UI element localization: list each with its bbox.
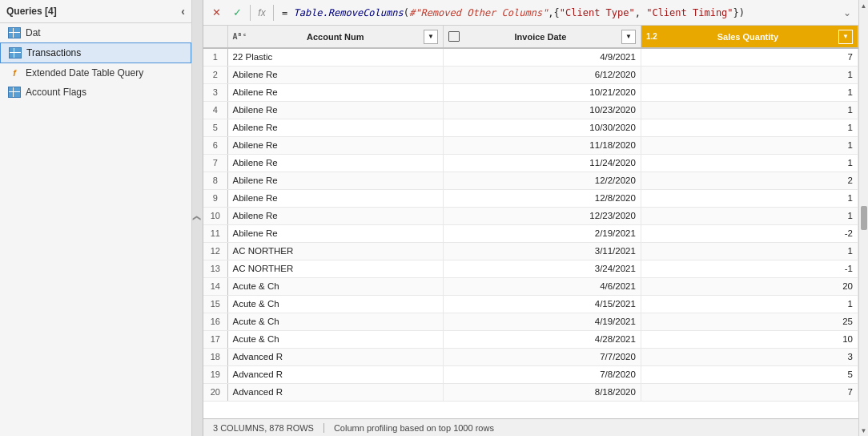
- cell-date: 6/12/2020: [443, 66, 641, 83]
- table-row[interactable]: 122 Plastic4/9/20217: [203, 48, 858, 66]
- col-label-sales-qty: Sales Quantity: [661, 32, 835, 42]
- formula-str2: "Client Timing": [646, 7, 733, 18]
- table-row[interactable]: 5Abilene Re10/30/20201: [203, 119, 858, 136]
- table-row[interactable]: 2Abilene Re6/12/20201: [203, 66, 858, 83]
- table-row[interactable]: 19Advanced R7/8/20205: [203, 365, 858, 383]
- cell-account: Abilene Re: [227, 207, 443, 224]
- cell-qty: 5: [641, 365, 858, 383]
- row-number: 1: [203, 48, 227, 66]
- formula-confirm-button[interactable]: ✓: [227, 3, 247, 22]
- sidebar-item-account-flags[interactable]: Account Flags: [0, 83, 191, 102]
- cell-account: AC NORTHER: [227, 260, 443, 277]
- table-row[interactable]: 3Abilene Re10/21/20201: [203, 83, 858, 101]
- row-number: 4: [203, 101, 227, 119]
- sidebar-item-transactions[interactable]: Transactions: [0, 42, 191, 63]
- cell-account: Advanced R: [227, 365, 443, 383]
- cell-date: 4/6/2021: [443, 277, 641, 295]
- formula-equals: =: [282, 7, 293, 18]
- status-separator: [323, 423, 324, 433]
- formula-ref: #"Removed Other Columns": [409, 7, 548, 18]
- cell-date: 4/28/2021: [443, 330, 641, 348]
- row-number: 8: [203, 172, 227, 189]
- scroll-up-button[interactable]: ▲: [860, 2, 868, 10]
- cell-qty: 1: [641, 83, 858, 101]
- formula-divider2: [273, 5, 274, 21]
- cell-account: Abilene Re: [227, 101, 443, 119]
- sidebar-items: DatTransactionsfExtended Date Table Quer…: [0, 23, 191, 102]
- status-columns: 3 COLUMNS, 878 ROWS: [213, 423, 314, 433]
- cell-date: 12/8/2020: [443, 189, 641, 207]
- col-dropdown-account-num[interactable]: ▼: [424, 30, 438, 44]
- sidebar-header: Queries [4] ‹: [0, 0, 191, 23]
- cell-account: Abilene Re: [227, 66, 443, 83]
- formula-str1: "Client Type": [560, 7, 635, 18]
- cell-date: 7/7/2020: [443, 348, 641, 365]
- cell-account: Acute & Ch: [227, 277, 443, 295]
- table-row[interactable]: 14Acute & Ch4/6/202120: [203, 277, 858, 295]
- formula-paren-open: (: [404, 7, 409, 18]
- col-label-invoice-date: Invoice Date: [463, 32, 618, 42]
- scroll-down-button[interactable]: ▼: [860, 426, 868, 434]
- table-row[interactable]: 16Acute & Ch4/19/202125: [203, 313, 858, 330]
- formula-close: }): [733, 7, 745, 18]
- table-row[interactable]: 6Abilene Re11/18/20201: [203, 136, 858, 154]
- formula-expand-button[interactable]: ⌄: [839, 3, 855, 22]
- col-header-account-num[interactable]: AᴮᶜAccount Num▼: [227, 26, 443, 48]
- cell-qty: 7: [641, 48, 858, 66]
- cell-date: 11/18/2020: [443, 136, 641, 154]
- col-dropdown-sales-qty[interactable]: ▼: [838, 30, 853, 44]
- col-dropdown-invoice-date[interactable]: ▼: [621, 30, 636, 44]
- col-header-invoice-date[interactable]: Invoice Date▼: [443, 26, 641, 48]
- cell-account: 22 Plastic: [227, 48, 443, 66]
- status-profiling: Column profiling based on top 1000 rows: [334, 423, 494, 433]
- table-row[interactable]: 15Acute & Ch4/15/20211: [203, 295, 858, 313]
- sidebar-item-dat[interactable]: Dat: [0, 23, 191, 42]
- sidebar-item-extended-date[interactable]: fExtended Date Table Query: [0, 63, 191, 83]
- sidebar-collapse-icon[interactable]: ‹: [181, 5, 185, 18]
- cell-qty: 1: [641, 295, 858, 313]
- table-row[interactable]: 17Acute & Ch4/28/202110: [203, 330, 858, 348]
- table-header: AᴮᶜAccount Num▼Invoice Date▼1.2Sales Qua…: [203, 26, 858, 48]
- table-icon: [8, 87, 21, 98]
- scroll-thumb[interactable]: [861, 206, 867, 230]
- formula-expression[interactable]: = Table.RemoveColumns(#"Removed Other Co…: [277, 6, 838, 20]
- row-number: 7: [203, 154, 227, 172]
- cell-account: Advanced R: [227, 383, 443, 401]
- table-row[interactable]: 9Abilene Re12/8/20201: [203, 189, 858, 207]
- table-row[interactable]: 20Advanced R8/18/20207: [203, 383, 858, 401]
- sidebar-item-label: Account Flags: [26, 87, 86, 98]
- cell-date: 4/19/2021: [443, 313, 641, 330]
- row-number: 10: [203, 207, 227, 224]
- table-row[interactable]: 10Abilene Re12/23/20201: [203, 207, 858, 224]
- table-container[interactable]: AᴮᶜAccount Num▼Invoice Date▼1.2Sales Qua…: [203, 26, 858, 418]
- table-row[interactable]: 4Abilene Re10/23/20201: [203, 101, 858, 119]
- table-body: 122 Plastic4/9/202172Abilene Re6/12/2020…: [203, 48, 858, 401]
- cell-account: Acute & Ch: [227, 330, 443, 348]
- table-row[interactable]: 18Advanced R7/7/20203: [203, 348, 858, 365]
- row-number: 14: [203, 277, 227, 295]
- col-header-row-num: [203, 26, 227, 48]
- cell-account: Abilene Re: [227, 119, 443, 136]
- table-row[interactable]: 13AC NORTHER3/24/2021-1: [203, 260, 858, 277]
- table-row[interactable]: 12AC NORTHER3/11/20211: [203, 242, 858, 260]
- cell-date: 12/2/2020: [443, 172, 641, 189]
- formula-cancel-button[interactable]: ✕: [207, 3, 226, 22]
- cell-date: 2/19/2021: [443, 224, 641, 242]
- row-number: 18: [203, 348, 227, 365]
- row-number: 12: [203, 242, 227, 260]
- cell-qty: 20: [641, 277, 858, 295]
- data-table: AᴮᶜAccount Num▼Invoice Date▼1.2Sales Qua…: [203, 26, 858, 402]
- cell-qty: -2: [641, 224, 858, 242]
- table-row[interactable]: 11Abilene Re2/19/2021-2: [203, 224, 858, 242]
- cell-qty: 1: [641, 66, 858, 83]
- table-row[interactable]: 8Abilene Re12/2/20202: [203, 172, 858, 189]
- col-header-sales-qty[interactable]: 1.2Sales Quantity▼: [641, 26, 858, 48]
- cell-date: 12/23/2020: [443, 207, 641, 224]
- row-number: 11: [203, 224, 227, 242]
- right-scrollbar[interactable]: ▲ ▼: [858, 0, 868, 436]
- table-row[interactable]: 7Abilene Re11/24/20201: [203, 154, 858, 172]
- cell-date: 10/30/2020: [443, 119, 641, 136]
- row-number: 6: [203, 136, 227, 154]
- sidebar-collapse-handle[interactable]: ❮: [192, 0, 203, 436]
- cell-qty: -1: [641, 260, 858, 277]
